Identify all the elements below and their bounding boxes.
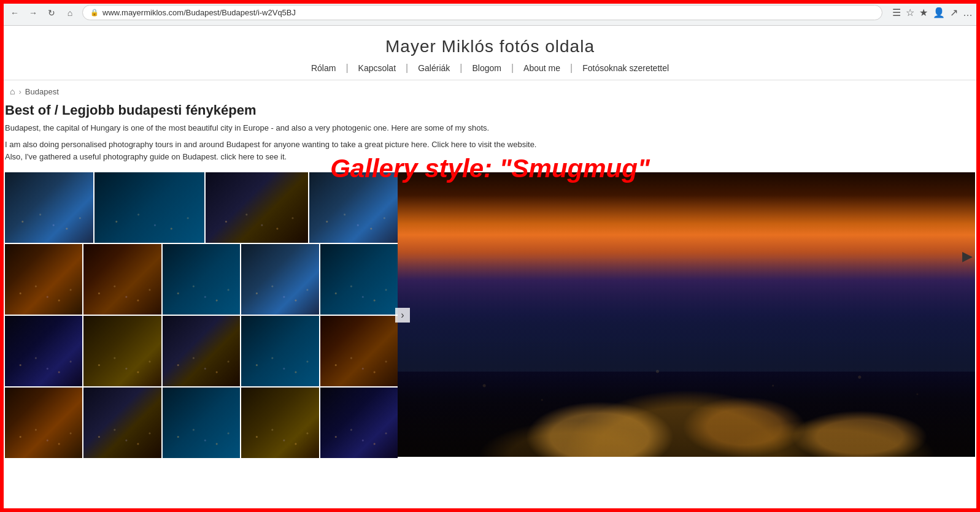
breadcrumb: ⌂ › Budapest	[0, 80, 980, 102]
thumb-p6[interactable]	[83, 244, 161, 315]
thumb-p16[interactable]	[83, 388, 161, 458]
mountain-silhouette	[398, 258, 975, 372]
thumbnail-grid: ›	[5, 172, 398, 458]
thumb-p15[interactable]	[5, 388, 82, 458]
page-extra-line1: I am also doing personalised photography…	[5, 139, 975, 151]
thumb-row-1	[5, 172, 398, 243]
site-nav: Rólam | Kapcsolat | Galériák | Blogom | …	[0, 63, 980, 74]
gallery-layout: ›	[5, 172, 975, 458]
thumb-row-3	[5, 316, 398, 386]
refresh-button[interactable]: ↻	[44, 6, 59, 20]
favorites-button[interactable]: ★	[919, 7, 928, 18]
browser-chrome: ← → ↻ ⌂ 🔒 www.mayermiklos.com/Budapest/B…	[0, 0, 980, 26]
back-button[interactable]: ←	[7, 6, 22, 20]
thumb-p14[interactable]	[320, 316, 398, 386]
address-bar[interactable]: 🔒 www.mayermiklos.com/Budapest/Budapest/…	[82, 5, 882, 20]
thumb-p9[interactable]	[320, 244, 398, 315]
thumb-p3[interactable]	[206, 172, 308, 243]
site-title: Mayer Miklós fotós oldala	[0, 37, 980, 56]
featured-image[interactable]	[398, 172, 975, 457]
thumb-p19[interactable]	[320, 388, 398, 458]
home-icon[interactable]: ⌂	[10, 86, 15, 96]
thumb-p8[interactable]	[241, 244, 318, 315]
featured-image-overlay	[398, 172, 975, 457]
forward-button[interactable]: →	[26, 6, 41, 20]
thumb-rows	[5, 172, 398, 458]
browser-nav-buttons: ← → ↻ ⌂	[7, 6, 77, 20]
home-button[interactable]: ⌂	[63, 6, 77, 20]
thumb-p10[interactable]	[5, 316, 82, 386]
sign-in-button[interactable]: 👤	[933, 7, 945, 18]
page-content: Best of / Legjobb budapesti fényképem Bu…	[0, 102, 980, 458]
thumb-p2[interactable]	[95, 172, 204, 243]
bookmark-button[interactable]: ☆	[906, 7, 914, 18]
page-description: Budapest, the capital of Hungary is one …	[5, 123, 975, 132]
share-button[interactable]: ↗	[950, 7, 958, 18]
right-nav-arrow[interactable]: ▶	[962, 248, 973, 264]
url-text: www.mayermiklos.com/Budapest/Budapest/i-…	[102, 8, 296, 17]
nav-fotosoknak[interactable]: Fotósoknak szeretettel	[573, 63, 679, 73]
breadcrumb-separator: ›	[18, 87, 21, 96]
thumb-p1[interactable]	[5, 172, 93, 243]
thumb-p4[interactable]	[309, 172, 398, 243]
thumb-p11[interactable]	[83, 316, 161, 386]
thumb-row-4	[5, 388, 398, 458]
nav-rolam[interactable]: Rólam	[301, 63, 345, 73]
thumb-p7[interactable]	[163, 244, 240, 315]
thumb-p5[interactable]	[5, 244, 82, 315]
nav-kapcsolat[interactable]: Kapcsolat	[349, 63, 406, 73]
browser-actions: ☰ ☆ ★ 👤 ↗ …	[892, 7, 973, 18]
building-shapes	[398, 300, 975, 457]
page-title: Best of / Legjobb budapesti fényképem	[5, 102, 975, 118]
page-extra-info: I am also doing personalised photography…	[5, 139, 975, 162]
reader-mode-button[interactable]: ☰	[892, 7, 901, 18]
thumb-p12[interactable]	[163, 316, 240, 386]
page-extra-line2: Also, I've gathered a useful photography…	[5, 151, 975, 163]
nav-blogom[interactable]: Blogom	[462, 63, 511, 73]
site-header: Mayer Miklós fotós oldala Rólam | Kapcso…	[0, 26, 980, 80]
nav-galeriák[interactable]: Galériák	[408, 63, 460, 73]
grid-next-arrow[interactable]: ›	[395, 308, 410, 323]
thumb-p17[interactable]	[163, 388, 240, 458]
thumb-row-2	[5, 244, 398, 315]
breadcrumb-current: Budapest	[25, 87, 59, 96]
lock-icon: 🔒	[90, 9, 99, 17]
thumb-p13[interactable]	[241, 316, 318, 386]
thumb-p18[interactable]	[241, 388, 318, 458]
nav-about-me[interactable]: About me	[514, 63, 570, 73]
more-button[interactable]: …	[963, 7, 973, 18]
